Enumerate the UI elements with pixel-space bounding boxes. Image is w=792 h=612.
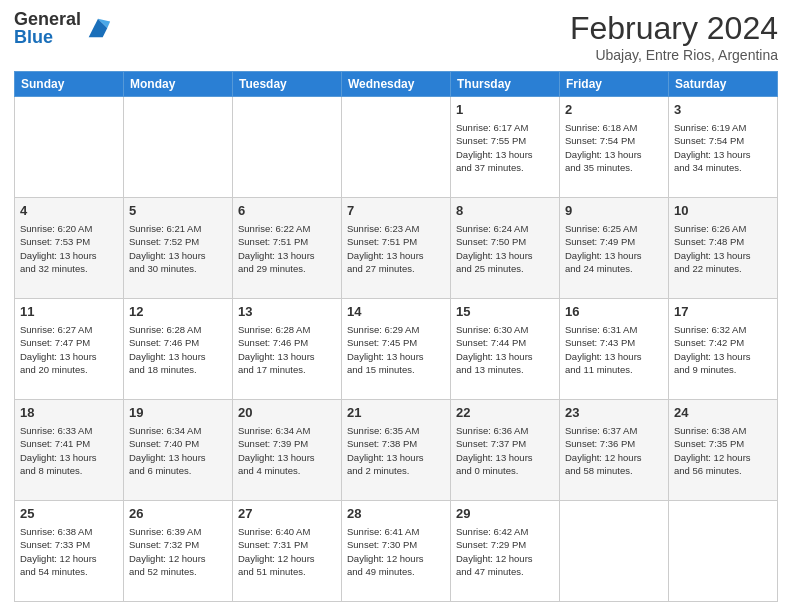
table-cell: 4Sunrise: 6:20 AMSunset: 7:53 PMDaylight… xyxy=(15,198,124,299)
day-number: 12 xyxy=(129,303,227,321)
table-row: 18Sunrise: 6:33 AMSunset: 7:41 PMDayligh… xyxy=(15,400,778,501)
logo: General Blue xyxy=(14,10,112,46)
table-cell: 5Sunrise: 6:21 AMSunset: 7:52 PMDaylight… xyxy=(124,198,233,299)
table-cell: 3Sunrise: 6:19 AMSunset: 7:54 PMDaylight… xyxy=(669,97,778,198)
cell-content: 12Sunrise: 6:28 AMSunset: 7:46 PMDayligh… xyxy=(129,303,227,376)
table-row: 25Sunrise: 6:38 AMSunset: 7:33 PMDayligh… xyxy=(15,501,778,602)
cell-content: 29Sunrise: 6:42 AMSunset: 7:29 PMDayligh… xyxy=(456,505,554,578)
logo-general: General xyxy=(14,10,81,28)
day-number: 2 xyxy=(565,101,663,119)
cell-content: 11Sunrise: 6:27 AMSunset: 7:47 PMDayligh… xyxy=(20,303,118,376)
day-number: 5 xyxy=(129,202,227,220)
day-number: 4 xyxy=(20,202,118,220)
table-cell xyxy=(669,501,778,602)
day-number: 11 xyxy=(20,303,118,321)
cell-content: 16Sunrise: 6:31 AMSunset: 7:43 PMDayligh… xyxy=(565,303,663,376)
day-number: 16 xyxy=(565,303,663,321)
cell-content: 7Sunrise: 6:23 AMSunset: 7:51 PMDaylight… xyxy=(347,202,445,275)
cell-content: 22Sunrise: 6:36 AMSunset: 7:37 PMDayligh… xyxy=(456,404,554,477)
cell-content: 26Sunrise: 6:39 AMSunset: 7:32 PMDayligh… xyxy=(129,505,227,578)
cell-content: 2Sunrise: 6:18 AMSunset: 7:54 PMDaylight… xyxy=(565,101,663,174)
calendar-table: Sunday Monday Tuesday Wednesday Thursday… xyxy=(14,71,778,602)
table-cell: 10Sunrise: 6:26 AMSunset: 7:48 PMDayligh… xyxy=(669,198,778,299)
table-cell: 23Sunrise: 6:37 AMSunset: 7:36 PMDayligh… xyxy=(560,400,669,501)
cell-content: 10Sunrise: 6:26 AMSunset: 7:48 PMDayligh… xyxy=(674,202,772,275)
day-number: 24 xyxy=(674,404,772,422)
table-row: 11Sunrise: 6:27 AMSunset: 7:47 PMDayligh… xyxy=(15,299,778,400)
col-thursday: Thursday xyxy=(451,72,560,97)
day-number: 28 xyxy=(347,505,445,523)
table-cell: 14Sunrise: 6:29 AMSunset: 7:45 PMDayligh… xyxy=(342,299,451,400)
table-cell: 8Sunrise: 6:24 AMSunset: 7:50 PMDaylight… xyxy=(451,198,560,299)
table-cell xyxy=(15,97,124,198)
cell-content: 9Sunrise: 6:25 AMSunset: 7:49 PMDaylight… xyxy=(565,202,663,275)
table-cell xyxy=(124,97,233,198)
table-cell: 1Sunrise: 6:17 AMSunset: 7:55 PMDaylight… xyxy=(451,97,560,198)
table-cell: 24Sunrise: 6:38 AMSunset: 7:35 PMDayligh… xyxy=(669,400,778,501)
day-number: 26 xyxy=(129,505,227,523)
cell-content: 14Sunrise: 6:29 AMSunset: 7:45 PMDayligh… xyxy=(347,303,445,376)
header-row: Sunday Monday Tuesday Wednesday Thursday… xyxy=(15,72,778,97)
table-cell: 9Sunrise: 6:25 AMSunset: 7:49 PMDaylight… xyxy=(560,198,669,299)
day-number: 7 xyxy=(347,202,445,220)
table-cell xyxy=(342,97,451,198)
cell-content: 1Sunrise: 6:17 AMSunset: 7:55 PMDaylight… xyxy=(456,101,554,174)
day-number: 8 xyxy=(456,202,554,220)
logo-text: General Blue xyxy=(14,10,81,46)
table-cell: 26Sunrise: 6:39 AMSunset: 7:32 PMDayligh… xyxy=(124,501,233,602)
col-friday: Friday xyxy=(560,72,669,97)
col-wednesday: Wednesday xyxy=(342,72,451,97)
table-cell xyxy=(560,501,669,602)
day-number: 1 xyxy=(456,101,554,119)
title-section: February 2024 Ubajay, Entre Rios, Argent… xyxy=(570,10,778,63)
day-number: 27 xyxy=(238,505,336,523)
day-number: 29 xyxy=(456,505,554,523)
calendar-title: February 2024 xyxy=(570,10,778,47)
table-cell: 17Sunrise: 6:32 AMSunset: 7:42 PMDayligh… xyxy=(669,299,778,400)
table-cell: 27Sunrise: 6:40 AMSunset: 7:31 PMDayligh… xyxy=(233,501,342,602)
cell-content: 3Sunrise: 6:19 AMSunset: 7:54 PMDaylight… xyxy=(674,101,772,174)
cell-content: 24Sunrise: 6:38 AMSunset: 7:35 PMDayligh… xyxy=(674,404,772,477)
table-cell: 13Sunrise: 6:28 AMSunset: 7:46 PMDayligh… xyxy=(233,299,342,400)
table-cell: 6Sunrise: 6:22 AMSunset: 7:51 PMDaylight… xyxy=(233,198,342,299)
day-number: 15 xyxy=(456,303,554,321)
table-cell: 12Sunrise: 6:28 AMSunset: 7:46 PMDayligh… xyxy=(124,299,233,400)
logo-blue: Blue xyxy=(14,28,81,46)
table-cell: 18Sunrise: 6:33 AMSunset: 7:41 PMDayligh… xyxy=(15,400,124,501)
cell-content: 25Sunrise: 6:38 AMSunset: 7:33 PMDayligh… xyxy=(20,505,118,578)
header: General Blue February 2024 Ubajay, Entre… xyxy=(14,10,778,63)
cell-content: 15Sunrise: 6:30 AMSunset: 7:44 PMDayligh… xyxy=(456,303,554,376)
day-number: 22 xyxy=(456,404,554,422)
day-number: 18 xyxy=(20,404,118,422)
table-cell: 7Sunrise: 6:23 AMSunset: 7:51 PMDaylight… xyxy=(342,198,451,299)
cell-content: 19Sunrise: 6:34 AMSunset: 7:40 PMDayligh… xyxy=(129,404,227,477)
table-cell: 16Sunrise: 6:31 AMSunset: 7:43 PMDayligh… xyxy=(560,299,669,400)
day-number: 3 xyxy=(674,101,772,119)
day-number: 14 xyxy=(347,303,445,321)
day-number: 19 xyxy=(129,404,227,422)
cell-content: 18Sunrise: 6:33 AMSunset: 7:41 PMDayligh… xyxy=(20,404,118,477)
cell-content: 27Sunrise: 6:40 AMSunset: 7:31 PMDayligh… xyxy=(238,505,336,578)
table-cell: 25Sunrise: 6:38 AMSunset: 7:33 PMDayligh… xyxy=(15,501,124,602)
cell-content: 6Sunrise: 6:22 AMSunset: 7:51 PMDaylight… xyxy=(238,202,336,275)
day-number: 6 xyxy=(238,202,336,220)
col-sunday: Sunday xyxy=(15,72,124,97)
day-number: 9 xyxy=(565,202,663,220)
cell-content: 5Sunrise: 6:21 AMSunset: 7:52 PMDaylight… xyxy=(129,202,227,275)
table-cell: 15Sunrise: 6:30 AMSunset: 7:44 PMDayligh… xyxy=(451,299,560,400)
day-number: 25 xyxy=(20,505,118,523)
table-row: 1Sunrise: 6:17 AMSunset: 7:55 PMDaylight… xyxy=(15,97,778,198)
cell-content: 4Sunrise: 6:20 AMSunset: 7:53 PMDaylight… xyxy=(20,202,118,275)
table-cell: 2Sunrise: 6:18 AMSunset: 7:54 PMDaylight… xyxy=(560,97,669,198)
calendar-subtitle: Ubajay, Entre Rios, Argentina xyxy=(570,47,778,63)
day-number: 10 xyxy=(674,202,772,220)
day-number: 21 xyxy=(347,404,445,422)
table-cell: 19Sunrise: 6:34 AMSunset: 7:40 PMDayligh… xyxy=(124,400,233,501)
cell-content: 21Sunrise: 6:35 AMSunset: 7:38 PMDayligh… xyxy=(347,404,445,477)
cell-content: 23Sunrise: 6:37 AMSunset: 7:36 PMDayligh… xyxy=(565,404,663,477)
table-cell xyxy=(233,97,342,198)
col-monday: Monday xyxy=(124,72,233,97)
day-number: 13 xyxy=(238,303,336,321)
table-cell: 11Sunrise: 6:27 AMSunset: 7:47 PMDayligh… xyxy=(15,299,124,400)
day-number: 20 xyxy=(238,404,336,422)
